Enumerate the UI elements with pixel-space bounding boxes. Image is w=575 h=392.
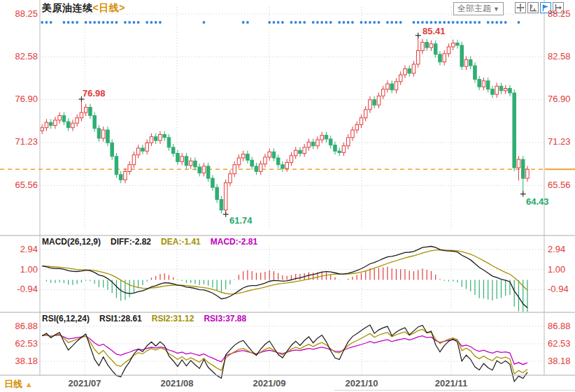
axis-tick: 76.90 xyxy=(1,94,38,105)
axis-tick: -0.94 xyxy=(548,284,575,295)
axis-tick: 65.56 xyxy=(548,180,575,191)
period-selector[interactable]: 日线 ▲ xyxy=(4,378,33,391)
axis-tick: 38.18 xyxy=(548,356,575,367)
rsi3-value: RSI3:37.88 xyxy=(204,314,246,324)
date-tick: 2021/10 xyxy=(341,378,383,389)
macd-title: MACD(26,12,9) xyxy=(42,237,101,247)
axis-tick: 86.88 xyxy=(1,321,38,332)
date-tick: 2021/08 xyxy=(156,378,198,389)
axis-tick: 88.25 xyxy=(548,8,575,20)
macd-macd-value: MACD:-2.81 xyxy=(211,237,257,247)
page-title: 美原油连续<日线> xyxy=(42,2,125,15)
low-annotation: 64.43 xyxy=(526,196,549,207)
axis-tick: 86.88 xyxy=(548,321,575,332)
low-annotation: 61.74 xyxy=(229,215,253,226)
axis-tick: 65.56 xyxy=(1,180,38,191)
macd-diff-value: DIFF:-2.82 xyxy=(111,237,151,247)
axis-tick: 2.94 xyxy=(548,244,575,255)
axis-tick: 62.53 xyxy=(1,338,38,349)
date-tick: 2021/11 xyxy=(430,378,472,389)
axis-tick: 71.23 xyxy=(1,136,38,147)
theme-dropdown[interactable]: 全部主题 ▼ xyxy=(453,2,504,15)
rsi-title: RSI(6,12,24) xyxy=(42,314,90,324)
axis-scale-icon[interactable] xyxy=(527,2,539,13)
rsi2-value: RSI2:31.12 xyxy=(152,314,194,324)
axis-tick: -0.94 xyxy=(1,284,38,295)
macd-dea-value: DEA:-1.41 xyxy=(161,237,201,247)
triangle-up-icon: ▲ xyxy=(25,380,33,389)
trading-chart-window: 美原油连续<日线> 全部主题 ▼ 88.25 82.58 76.90 71.23… xyxy=(0,0,575,392)
axis-tick: 82.58 xyxy=(1,51,38,62)
axis-tick: 2.94 xyxy=(1,244,38,255)
crosshair-pan-icon[interactable] xyxy=(515,2,526,13)
axis-tick: 1.00 xyxy=(1,264,38,275)
date-tick: 2021/07 xyxy=(64,378,106,389)
period-selector-label: 日线 xyxy=(4,379,22,389)
date-tick: 2021/09 xyxy=(248,378,290,389)
symbol-name: 美原油连续 xyxy=(42,2,93,13)
axis-tick: 82.58 xyxy=(548,51,575,62)
axis-tick: 88.25 xyxy=(1,8,38,20)
high-annotation: 76.98 xyxy=(83,88,106,99)
rsi1-value: RSI1:28.61 xyxy=(99,314,142,324)
period-badge: <日线> xyxy=(93,2,125,13)
macd-label-row: MACD(26,12,9) DIFF:-2.82 DEA:-1.41 MACD:… xyxy=(42,237,257,247)
axis-tick: 76.90 xyxy=(548,94,575,105)
theme-dropdown-label: 全部主题 xyxy=(457,3,491,15)
peak-annotation: 85.41 xyxy=(423,26,446,36)
axis-tick: 62.53 xyxy=(548,338,575,349)
axis-tick: 71.23 xyxy=(548,136,575,147)
chevron-down-icon: ▼ xyxy=(493,6,499,13)
chart-canvas[interactable] xyxy=(0,0,575,392)
axis-tick: 38.18 xyxy=(1,356,38,367)
rsi-label-row: RSI(6,12,24) RSI1:28.61 RSI2:31.12 RSI3:… xyxy=(42,314,246,324)
axis-tick: 1.00 xyxy=(548,264,575,275)
